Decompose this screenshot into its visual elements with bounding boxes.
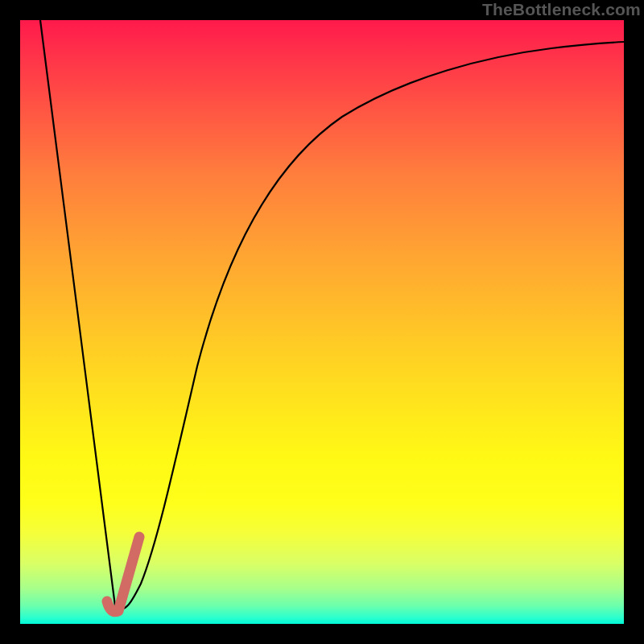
curve-black xyxy=(40,20,624,609)
watermark-text: TheBottleneck.com xyxy=(482,0,641,19)
chart-container: TheBottleneck.com xyxy=(0,0,644,644)
curve-layer xyxy=(20,20,624,624)
plot-area xyxy=(20,20,624,624)
